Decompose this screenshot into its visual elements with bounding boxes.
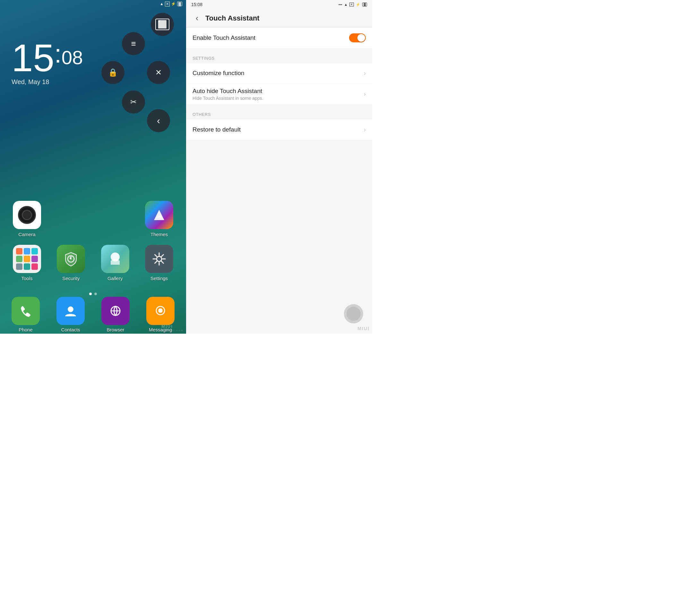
- time-display: 15 : 08 Wed, May 18: [12, 39, 83, 86]
- miui-watermark: MIUI en.miui.com: [161, 324, 183, 332]
- browser-label: Browser: [106, 327, 124, 332]
- page-title: Touch Assistant: [205, 14, 260, 22]
- settings-section-header: SETTINGS: [186, 51, 372, 63]
- right-panel-content: 15:08 ••• ▲ ✕ ⚡ ▓ ‹ Touch Assistant Enab…: [186, 0, 372, 334]
- right-status-time: 15:08: [191, 2, 202, 7]
- svg-line-20: [162, 255, 164, 257]
- enable-toggle-label: Enable Touch Assistant: [193, 34, 255, 41]
- security-icon: [57, 245, 85, 273]
- phone-icon: [12, 297, 40, 325]
- app-item-gallery[interactable]: Gallery: [96, 245, 134, 281]
- svg-rect-8: [32, 263, 38, 270]
- settings-label: Settings: [151, 276, 168, 281]
- right-x-icon: ✕: [350, 3, 354, 6]
- contacts-label: Contacts: [61, 327, 80, 332]
- svg-rect-7: [24, 263, 30, 270]
- auto-hide-subtitle: Hide Touch Assistant in some apps.: [193, 96, 360, 101]
- right-status-icons: ••• ▲ ✕ ⚡ ▓: [338, 3, 367, 7]
- close-icon: ✕: [155, 68, 162, 77]
- themes-icon: [145, 201, 173, 229]
- dock-item-contacts[interactable]: Contacts: [57, 297, 85, 332]
- others-section-header: OTHERS: [186, 107, 372, 119]
- menu-icon: ≡: [131, 39, 136, 49]
- float-circle-inner: [346, 307, 361, 321]
- settings-icon: [145, 245, 173, 273]
- right-wifi-icon: ▲: [344, 3, 348, 6]
- auto-hide-chevron-icon: ›: [364, 91, 366, 98]
- svg-rect-4: [24, 256, 30, 262]
- gallery-label: Gallery: [107, 276, 123, 281]
- scissors-icon: ✂: [130, 98, 137, 106]
- messaging-icon: [146, 297, 175, 325]
- app-item-tools[interactable]: Tools: [8, 245, 46, 281]
- float-btn-scissors[interactable]: ✂: [122, 91, 145, 114]
- restore-default-title: Restore to default: [193, 126, 360, 134]
- restore-chevron-icon: ›: [364, 126, 366, 133]
- security-label: Security: [62, 276, 80, 281]
- date-display: Wed, May 18: [12, 78, 83, 86]
- miui-right-watermark: MIUI: [357, 326, 370, 331]
- svg-rect-3: [16, 256, 22, 262]
- page-dot-1: [89, 293, 92, 295]
- wifi-icon: ▲: [160, 2, 164, 6]
- right-panel: 15:08 ••• ▲ ✕ ⚡ ▓ ‹ Touch Assistant Enab…: [186, 0, 372, 334]
- app-item-settings[interactable]: Settings: [140, 245, 178, 281]
- enable-toggle-switch[interactable]: [349, 33, 366, 42]
- app-grid: Camera Themes: [0, 201, 186, 289]
- svg-line-21: [155, 261, 157, 263]
- left-panel: ▲ ✕ ⚡ ▓ 15 : 08 Wed, May 18 ⬜ ≡ 🔒 ✕ ✂ ‹: [0, 0, 186, 334]
- customize-chevron-icon: ›: [364, 70, 366, 77]
- app-item-camera[interactable]: Camera: [8, 201, 46, 237]
- svg-rect-1: [24, 248, 30, 254]
- svg-rect-6: [16, 263, 22, 270]
- right-bolt-icon: ⚡: [356, 3, 360, 7]
- svg-rect-5: [32, 256, 38, 262]
- float-btn-lock[interactable]: 🔒: [101, 61, 124, 84]
- right-more-icon: •••: [338, 3, 342, 6]
- x-icon: ✕: [165, 2, 170, 6]
- app-item-themes[interactable]: Themes: [140, 201, 178, 237]
- time-minute: 08: [62, 48, 83, 67]
- svg-line-18: [155, 255, 157, 257]
- float-btn-square[interactable]: ⬜: [151, 13, 174, 36]
- status-bar-right: 15:08 ••• ▲ ✕ ⚡ ▓: [186, 0, 372, 9]
- svg-line-19: [162, 261, 164, 263]
- browser-icon: [101, 297, 130, 325]
- status-bar-left: ▲ ✕ ⚡ ▓: [0, 0, 186, 8]
- svg-rect-2: [32, 248, 38, 254]
- page-dots: [89, 293, 97, 295]
- back-button[interactable]: ‹: [191, 13, 203, 24]
- svg-point-13: [157, 256, 162, 261]
- app-row-2: Tools Security: [8, 245, 178, 281]
- svg-point-26: [158, 308, 163, 313]
- themes-label: Themes: [151, 232, 168, 237]
- app-row-1: Camera Themes: [8, 201, 178, 237]
- themes-svg: [152, 207, 167, 223]
- dock-item-phone[interactable]: Phone: [12, 297, 40, 332]
- status-icons-left: ▲ ✕ ⚡ ▓: [160, 2, 182, 6]
- settings-group-2: Restore to default ›: [186, 119, 372, 140]
- float-btn-menu[interactable]: ≡: [122, 32, 145, 55]
- tools-icon: [13, 245, 41, 273]
- float-btn-back[interactable]: ‹: [147, 109, 170, 132]
- customize-function-row[interactable]: Customize function ›: [186, 63, 372, 84]
- back-chevron-icon: ‹: [157, 115, 160, 126]
- square-icon: ⬜: [155, 19, 170, 30]
- right-battery-icon: ▓: [362, 3, 367, 6]
- float-btn-close[interactable]: ✕: [147, 61, 170, 84]
- restore-default-row[interactable]: Restore to default ›: [186, 119, 372, 140]
- lock-icon: 🔒: [108, 68, 118, 77]
- auto-hide-title: Auto hide Touch Assistant: [193, 87, 360, 95]
- svg-line-11: [70, 258, 71, 259]
- auto-hide-row[interactable]: Auto hide Touch Assistant Hide Touch Ass…: [186, 84, 372, 104]
- phone-label: Phone: [19, 327, 33, 332]
- nav-bar: ‹ Touch Assistant: [186, 9, 372, 27]
- camera-icon: [13, 201, 41, 229]
- float-circle-button[interactable]: [344, 304, 363, 323]
- back-chevron-icon: ‹: [196, 13, 199, 23]
- svg-point-22: [68, 306, 74, 312]
- dock-item-browser[interactable]: Browser: [101, 297, 130, 332]
- app-item-security[interactable]: Security: [52, 245, 90, 281]
- battery-icon: ▓: [177, 2, 182, 6]
- settings-content: Enable Touch Assistant SETTINGS Customiz…: [186, 27, 372, 334]
